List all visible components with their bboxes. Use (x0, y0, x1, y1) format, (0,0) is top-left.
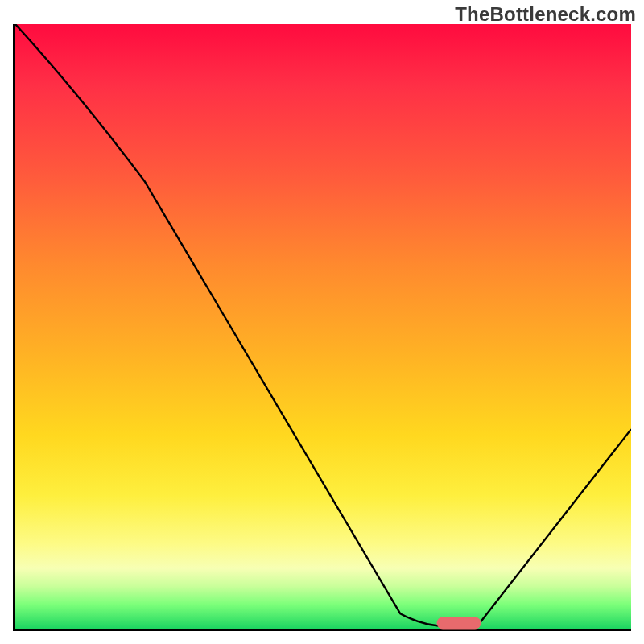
watermark-text: TheBottleneck.com (455, 3, 636, 26)
optimum-marker (436, 617, 481, 630)
chart-frame: TheBottleneck.com (0, 0, 644, 644)
plot-area (13, 24, 631, 631)
bottleneck-curve (15, 24, 631, 629)
